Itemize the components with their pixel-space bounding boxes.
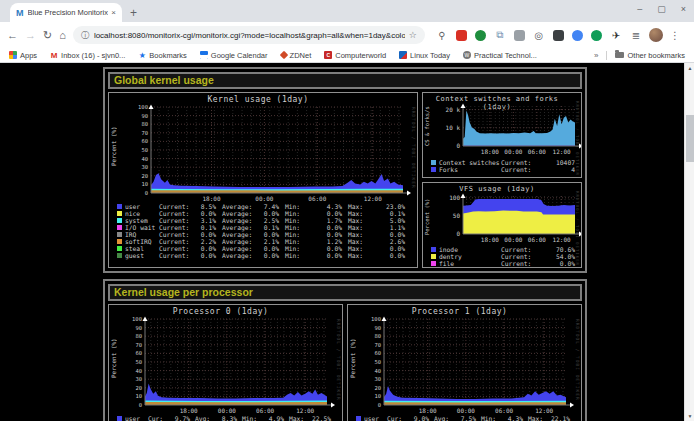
legend-swatch [431,247,436,252]
scroll-up-icon[interactable]: ▲ [685,63,694,73]
tab-close-icon[interactable]: × [111,8,116,17]
y-axis-label: CS & forks/s [424,99,430,154]
legend-swatch [117,225,122,230]
legend-stat-value: 23.0% [381,203,405,210]
red-square-extension-icon[interactable] [456,30,467,41]
browser-menu-icon[interactable]: ⋮ [670,30,680,41]
kernel-usage-graph[interactable]: Kernel usage (1day) Percent (%) RRDTOOL … [108,92,418,268]
legend-stat-name: Max: [348,252,381,259]
browser-tab[interactable]: M Blue Precision Monitorix × [10,3,122,22]
bookmark-practical-tech[interactable]: WPractical Technol... [463,51,537,60]
legend-stat-name: Max: [348,224,381,231]
forward-icon: → [25,29,36,41]
context-switches-graph[interactable]: Context switches and forks (1day) CS & f… [422,92,582,178]
search-icon[interactable]: ⚲ [436,29,448,41]
legend-stat-value: 0.0% [192,245,216,252]
svg-text:40: 40 [141,156,148,162]
legend-stat-value: 0.0% [255,252,279,259]
legend-stat-value: 9.7% [167,415,190,421]
bookmark-google-calendar[interactable]: Google Calendar [200,51,268,60]
bookmark-computerworld[interactable]: CComputerworld [324,51,386,60]
bookmarks-overflow-icon[interactable]: » [594,51,598,60]
vfs-usage-graph[interactable]: VFS usage (1day) Percent (%) RRDTOOL / T… [422,182,582,268]
scrollbar-thumb[interactable] [686,115,694,162]
home-icon[interactable]: ⌂ [59,29,66,41]
scroll-down-icon[interactable]: ▼ [685,411,694,421]
eye-extension-icon[interactable]: ◎ [533,29,545,41]
legend-row: I/O waitCurrent:0.1%Average:0.1%Min:0.0%… [117,224,411,231]
bookmark-linux-today[interactable]: Linux Today [399,51,450,60]
bookmark-inbox[interactable]: MInbox (16) - sjvn0... [50,51,125,60]
y-axis-label: Percent (%) [110,101,117,191]
legend-stat-name: Max: [528,415,547,421]
legend-stat-name: Avg: [195,415,214,421]
processor-1-graph[interactable]: Processor 1 (1day) Percent (%) RRDTOOL /… [347,304,582,421]
legend-stat-value: 7.5% [453,415,476,421]
profile-avatar[interactable] [649,28,663,42]
site-info-icon[interactable]: ⓘ [81,30,89,41]
legend-stat-name: Current: [159,231,192,238]
processor-0-graph[interactable]: Processor 0 (1day) Percent (%) RRDTOOL /… [108,304,343,421]
svg-text:10: 10 [135,393,142,399]
legend-stat-value: 0.1% [192,224,216,231]
blue-capsule-extension-icon[interactable] [572,30,583,41]
legend-label: user [364,415,387,421]
bookmark-star-icon[interactable]: ☆ [409,30,417,40]
legend-swatch [431,261,436,266]
address-bar[interactable]: ⓘ localhost:8080/monitorix-cgi/monitorix… [73,26,425,44]
other-bookmarks-button[interactable]: Other bookmarks [615,51,685,60]
svg-text:40: 40 [135,368,142,374]
zdnet-icon [279,51,287,59]
legend-stat-name: Average: [222,224,255,231]
copy-pages-extension-icon[interactable]: ⧉ [494,29,506,41]
legend-row: stealCurrent:0.0%Average:0.0%Min:0.0%Max… [117,245,411,252]
legend-row: IRQCurrent:0.0%Average:0.0%Min:0.0%Max:0… [117,231,411,238]
legend-stat-name: Avg: [434,415,453,421]
svg-text:20: 20 [135,385,142,391]
legend-stat-name: Average: [222,245,255,252]
window-minimize-button[interactable]: – [637,4,642,14]
legend-stat-value: 1.1% [381,224,405,231]
legend-stat-value: 7.4% [255,203,279,210]
legend-stat-name: Average: [222,238,255,245]
dark-square-extension-icon[interactable] [553,30,564,41]
new-tab-button[interactable]: + [130,3,137,22]
url-text[interactable]: localhost:8080/monitorix-cgi/monitorix.c… [94,31,405,40]
browser-toolbar: ← → ↻ ⌂ ⓘ localhost:8080/monitorix-cgi/m… [0,22,694,48]
svg-text:50: 50 [453,212,461,219]
svg-text:70: 70 [135,342,142,348]
svg-text:60: 60 [141,138,148,144]
legend-label: steal [125,245,159,252]
legend-label: Forks [439,166,501,173]
legend-stat-name: Max: [348,231,381,238]
legend-label: nice [125,210,159,217]
legend-stat-value: 4.3% [500,415,523,421]
legend-stat-name: Min: [242,415,261,421]
vertical-scrollbar[interactable]: ▲ ▼ [684,63,694,421]
legend-swatch [117,211,122,216]
legend-stat-value: 9.0% [406,415,429,421]
list-extension-icon[interactable]: ≣ [630,29,642,41]
green-circle-extension-icon[interactable] [591,30,602,41]
reload-icon[interactable]: ↻ [43,29,52,42]
svg-text:00:00: 00:00 [457,407,475,414]
svg-text:00:00: 00:00 [255,195,273,202]
window-close-button[interactable]: × [681,4,686,14]
bookmark-zdnet[interactable]: ZDNet [281,51,312,60]
svg-text:50: 50 [374,359,381,365]
legend-stat-value: 0.0% [381,245,405,252]
green-globe-extension-icon[interactable] [475,30,486,41]
legend-stat-name: Min: [285,224,318,231]
plane-extension-icon[interactable]: ✈ [610,29,622,41]
back-icon[interactable]: ← [7,29,18,41]
legend-stat-name: Current: [501,260,541,267]
legend-stat-name: Current: [501,246,541,253]
gray-square-extension-icon[interactable] [514,30,525,41]
graph-legend: userCurrent:8.5%Average:7.4%Min:4.3%Max:… [117,203,411,259]
svg-text:00:00: 00:00 [504,236,522,243]
legend-stat-name: Min: [285,203,318,210]
bookmark-apps[interactable]: Apps [9,51,37,60]
tab-title: Blue Precision Monitorix [28,8,109,17]
bookmark-bookmarks[interactable]: ★Bookmarks [138,51,187,60]
window-maximize-button[interactable]: ▢ [657,4,666,14]
